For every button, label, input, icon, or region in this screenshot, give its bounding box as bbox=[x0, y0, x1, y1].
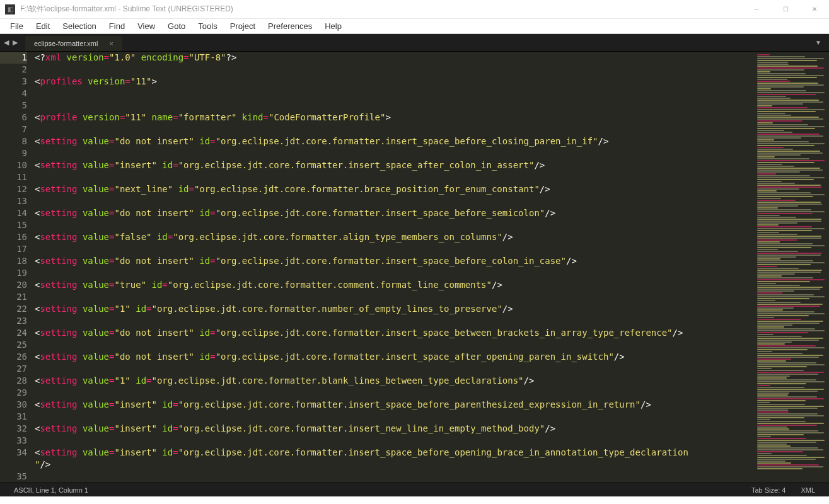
menu-file[interactable]: File bbox=[4, 20, 30, 33]
code-line[interactable] bbox=[35, 411, 753, 423]
code-line[interactable] bbox=[35, 123, 753, 135]
line-number[interactable]: 33 bbox=[0, 435, 27, 447]
code-line[interactable] bbox=[35, 267, 753, 279]
minimap[interactable] bbox=[753, 52, 829, 483]
minimize-button[interactable]: ─ bbox=[742, 0, 771, 18]
status-tab-size[interactable]: Tab Size: 4 bbox=[744, 486, 793, 494]
line-number[interactable]: 5 bbox=[0, 100, 27, 112]
code-line[interactable] bbox=[35, 88, 753, 100]
line-number[interactable]: 26 bbox=[0, 351, 27, 363]
line-number[interactable]: 17 bbox=[0, 243, 27, 255]
line-number[interactable]: 24 bbox=[0, 327, 27, 339]
code-line[interactable] bbox=[35, 171, 753, 183]
code-line[interactable] bbox=[35, 339, 753, 351]
file-tab[interactable]: eclipse-formatter.xml × bbox=[25, 36, 122, 51]
line-number-gutter[interactable]: 1234567891011121314151617181920212223242… bbox=[0, 52, 35, 483]
code-line[interactable]: <setting value="insert" id="org.eclipse.… bbox=[35, 423, 753, 435]
code-line[interactable] bbox=[35, 387, 753, 399]
line-number[interactable]: 11 bbox=[0, 171, 27, 183]
line-number[interactable]: 2 bbox=[0, 64, 27, 76]
code-line[interactable] bbox=[35, 243, 753, 255]
line-number[interactable]: 34 bbox=[0, 447, 27, 459]
line-number[interactable]: 1 bbox=[0, 52, 27, 64]
close-button[interactable]: ✕ bbox=[800, 0, 829, 18]
code-line[interactable]: <setting value="false" id="org.eclipse.j… bbox=[35, 231, 753, 243]
line-number[interactable]: 35 bbox=[0, 471, 27, 483]
line-number[interactable]: 31 bbox=[0, 411, 27, 423]
code-line[interactable] bbox=[35, 100, 753, 112]
code-line[interactable]: <profile version="11" name="formatter" k… bbox=[35, 112, 753, 123]
line-number[interactable]: 30 bbox=[0, 399, 27, 411]
menu-project[interactable]: Project bbox=[224, 20, 262, 33]
code-line[interactable]: <setting value="1" id="org.eclipse.jdt.c… bbox=[35, 375, 753, 387]
code-line[interactable]: <setting value="next_line" id="org.eclip… bbox=[35, 183, 753, 195]
tab-overflow-icon[interactable]: ▼ bbox=[808, 39, 829, 46]
line-number[interactable]: 23 bbox=[0, 315, 27, 327]
code-line[interactable]: <setting value="do not insert" id="org.e… bbox=[35, 255, 753, 267]
code-line[interactable] bbox=[35, 435, 753, 447]
code-line[interactable]: <setting value="insert" id="org.eclipse.… bbox=[35, 447, 753, 459]
code-line[interactable] bbox=[35, 195, 753, 207]
code-line[interactable]: <?xml version="1.0" encoding="UTF-8"?> bbox=[35, 52, 753, 64]
code-line[interactable]: <setting value="1" id="org.eclipse.jdt.c… bbox=[35, 303, 753, 315]
line-number[interactable]: 19 bbox=[0, 267, 27, 279]
menu-selection[interactable]: Selection bbox=[56, 20, 102, 33]
code-line[interactable]: "/> bbox=[35, 459, 753, 471]
code-line[interactable] bbox=[35, 147, 753, 159]
line-number[interactable]: 9 bbox=[0, 147, 27, 159]
maximize-button[interactable]: ☐ bbox=[771, 0, 800, 18]
line-number[interactable]: 20 bbox=[0, 279, 27, 291]
line-number[interactable]: 29 bbox=[0, 387, 27, 399]
code-line[interactable] bbox=[35, 291, 753, 303]
line-number[interactable]: 6 bbox=[0, 112, 27, 123]
menu-goto[interactable]: Goto bbox=[161, 20, 192, 33]
code-line[interactable]: <setting value="do not insert" id="org.e… bbox=[35, 351, 753, 363]
tab-nav-arrows: ◀ ▶ bbox=[0, 34, 21, 51]
status-cursor[interactable]: ASCII, Line 1, Column 1 bbox=[6, 486, 96, 494]
line-number[interactable]: 15 bbox=[0, 219, 27, 231]
menu-preferences[interactable]: Preferences bbox=[262, 20, 318, 33]
tab-close-icon[interactable]: × bbox=[109, 40, 113, 47]
code-line[interactable] bbox=[35, 219, 753, 231]
window-controls: ─ ☐ ✕ bbox=[742, 0, 829, 18]
menu-find[interactable]: Find bbox=[103, 20, 131, 33]
line-number[interactable] bbox=[0, 459, 27, 471]
menu-help[interactable]: Help bbox=[318, 20, 348, 33]
line-number[interactable]: 13 bbox=[0, 195, 27, 207]
menu-view[interactable]: View bbox=[131, 20, 161, 33]
code-line[interactable] bbox=[35, 471, 753, 483]
menu-edit[interactable]: Edit bbox=[30, 20, 56, 33]
code-line[interactable]: <profiles version="11"> bbox=[35, 76, 753, 88]
line-number[interactable]: 7 bbox=[0, 123, 27, 135]
line-number[interactable]: 18 bbox=[0, 255, 27, 267]
line-number[interactable]: 14 bbox=[0, 207, 27, 219]
editor: 1234567891011121314151617181920212223242… bbox=[0, 52, 829, 483]
line-number[interactable]: 21 bbox=[0, 291, 27, 303]
menu-tools[interactable]: Tools bbox=[192, 20, 223, 33]
code-line[interactable]: <setting value="do not insert" id="org.e… bbox=[35, 207, 753, 219]
line-number[interactable]: 28 bbox=[0, 375, 27, 387]
line-number[interactable]: 4 bbox=[0, 88, 27, 100]
code-line[interactable]: <setting value="insert" id="org.eclipse.… bbox=[35, 159, 753, 171]
code-line[interactable] bbox=[35, 64, 753, 76]
line-number[interactable]: 22 bbox=[0, 303, 27, 315]
status-syntax[interactable]: XML bbox=[793, 486, 823, 494]
line-number[interactable]: 12 bbox=[0, 183, 27, 195]
line-number[interactable]: 3 bbox=[0, 76, 27, 88]
code-line[interactable]: <setting value="do not insert" id="org.e… bbox=[35, 135, 753, 147]
line-number[interactable]: 16 bbox=[0, 231, 27, 243]
tab-label: eclipse-formatter.xml bbox=[34, 40, 98, 47]
code-area[interactable]: <?xml version="1.0" encoding="UTF-8"?> <… bbox=[35, 52, 753, 483]
code-line[interactable]: <setting value="insert" id="org.eclipse.… bbox=[35, 399, 753, 411]
line-number[interactable]: 10 bbox=[0, 159, 27, 171]
nav-forward-icon[interactable]: ▶ bbox=[13, 38, 18, 47]
line-number[interactable]: 27 bbox=[0, 363, 27, 375]
code-line[interactable] bbox=[35, 363, 753, 375]
code-line[interactable]: <setting value="true" id="org.eclipse.jd… bbox=[35, 279, 753, 291]
line-number[interactable]: 25 bbox=[0, 339, 27, 351]
nav-back-icon[interactable]: ◀ bbox=[4, 38, 9, 47]
code-line[interactable]: <setting value="do not insert" id="org.e… bbox=[35, 327, 753, 339]
line-number[interactable]: 32 bbox=[0, 423, 27, 435]
code-line[interactable] bbox=[35, 315, 753, 327]
line-number[interactable]: 8 bbox=[0, 135, 27, 147]
